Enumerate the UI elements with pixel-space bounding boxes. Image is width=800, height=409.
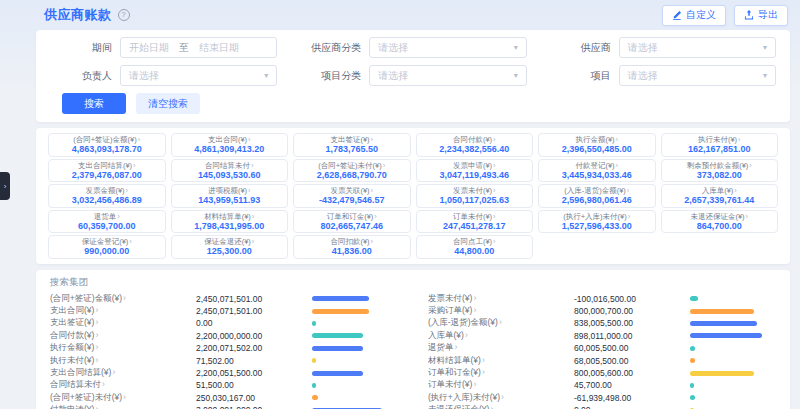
account-row-bar [312, 358, 398, 363]
metric-tile[interactable]: 合同扣款(¥)›41,836.00 [293, 235, 411, 259]
account-row[interactable]: 材料结算单(¥)›68,005,500.00 [428, 354, 776, 366]
metric-tile[interactable]: 未退还保证金(¥)›864,700.00 [661, 210, 779, 234]
account-row[interactable]: 订单和订金(¥)›800,005,600.00 [428, 367, 776, 379]
metric-tile[interactable]: 支出合同(¥)›4,861,309,413.20 [171, 133, 289, 157]
chevron-right-icon: › [482, 355, 485, 365]
bar-fill [690, 309, 754, 314]
account-row[interactable]: 未退还保证金(¥)›0.00 [428, 404, 776, 409]
account-row[interactable]: 合同付款(¥)›2,200,000,000.00 [50, 330, 398, 342]
account-row[interactable]: 支出合同结算(¥)›2,200,051,500.00 [50, 367, 398, 379]
metric-label: 执行未付(¥)› [665, 135, 775, 144]
account-row-label: 合同付款(¥)› [50, 330, 196, 342]
account-row-label: 合同结算未付› [50, 379, 196, 391]
search-button[interactable]: 搜索 [62, 93, 126, 114]
account-row[interactable]: (入库-退货)金额(¥)›838,005,500.00 [428, 317, 776, 329]
supplier-select[interactable]: 请选择▾ [619, 37, 776, 58]
chevron-down-icon: ▾ [514, 43, 518, 52]
metric-value: 1,050,117,025.63 [420, 195, 530, 206]
metric-tile[interactable]: 订单未付(¥)›247,451,278.17 [416, 210, 534, 234]
metric-tile[interactable]: 材料结算单(¥)›1,798,431,995.00 [171, 210, 289, 234]
metric-tile[interactable]: 合同结算未付›145,093,530.60 [171, 159, 289, 183]
metric-label: 保证金退还(¥)› [175, 237, 285, 246]
chevron-right-icon: › [473, 379, 476, 389]
metric-tile[interactable]: 发票关联(¥)›-432,479,546.57 [293, 184, 411, 208]
account-row[interactable]: (执行+入库)未付(¥)›-61,939,498.00 [428, 392, 776, 404]
metric-label: 支出签证(¥)› [297, 135, 407, 144]
metric-label: 材料结算单(¥)› [175, 212, 285, 221]
account-row-value: 0.00 [196, 318, 312, 328]
metric-tile[interactable]: 付款登记(¥)›3,445,934,033.46 [538, 159, 656, 183]
metric-tile[interactable]: 进项税额(¥)›143,959,511.93 [171, 184, 289, 208]
metric-tile[interactable]: 保证金退还(¥)›125,300.00 [171, 235, 289, 259]
account-row[interactable]: 采购订单(¥)›800,000,700.00 [428, 305, 776, 317]
account-row[interactable]: 入库单(¥)›898,011,000.00 [428, 330, 776, 342]
metric-label: (执行+入库)未付(¥)› [542, 212, 652, 221]
sidebar-collapse-handle[interactable]: › [0, 172, 10, 200]
account-row-bar [312, 309, 398, 314]
metric-tile[interactable]: 保证金登记(¥)›990,000.00 [48, 235, 166, 259]
metric-tile[interactable]: 退货单›60,359,700.00 [48, 210, 166, 234]
bar-fill [312, 346, 363, 351]
filter-field-owner: 负责人请选择▾ [50, 65, 277, 86]
clear-search-button[interactable]: 清空搜索 [136, 93, 200, 114]
account-row-label: 退货单› [428, 342, 574, 354]
chevron-down-icon: ▾ [514, 71, 518, 80]
metric-tile[interactable]: 发票申请(¥)›3,047,119,493.46 [416, 159, 534, 183]
metric-tile[interactable]: 订单和订金(¥)›802,665,747.46 [293, 210, 411, 234]
metric-tile[interactable]: 合同付款(¥)›2,234,382,556.40 [416, 133, 534, 157]
metric-tile[interactable]: (入库-退货)金额(¥)›2,596,980,061.46 [538, 184, 656, 208]
account-row-value: 51,500.00 [196, 380, 312, 390]
chevron-right-icon: › [616, 161, 619, 170]
account-row-value: 3,000,001,000.00 [196, 405, 312, 409]
project-select[interactable]: 请选择▾ [619, 65, 776, 86]
accounts-column-right: 发票未付(¥)›-100,016,500.00采购订单(¥)›800,000,7… [428, 293, 776, 409]
metric-tile[interactable]: (合同+签证)未付(¥)›2,628,668,790.70 [293, 159, 411, 183]
metric-tile[interactable]: 支出合同结算(¥)›2,379,476,087.00 [48, 159, 166, 183]
account-row[interactable]: 订单未付(¥)›45,700.00 [428, 379, 776, 391]
metric-label: 执行金额(¥)› [542, 135, 652, 144]
project-category-select[interactable]: 请选择▾ [369, 65, 526, 86]
account-row[interactable]: (合同+签证)未付(¥)›250,030,167.00 [50, 392, 398, 404]
account-row-value: 2,200,071,502.00 [196, 343, 312, 353]
metric-tile[interactable]: 发票金额(¥)›3,032,456,486.89 [48, 184, 166, 208]
export-button[interactable]: 导出 [734, 5, 788, 26]
account-row[interactable]: (合同+签证)金额(¥)›2,450,071,501.00 [50, 293, 398, 305]
metric-label: 合同付款(¥)› [420, 135, 530, 144]
chevron-right-icon: › [252, 237, 255, 246]
account-row[interactable]: 支出签证(¥)›0.00 [50, 317, 398, 329]
filter-label-project: 项目 [549, 69, 611, 83]
account-row[interactable]: 付款申请(¥)›3,000,001,000.00 [50, 404, 398, 409]
account-row[interactable]: 支出合同(¥)›2,450,071,501.00 [50, 305, 398, 317]
account-row[interactable]: 发票未付(¥)›-100,016,500.00 [428, 293, 776, 305]
export-button-label: 导出 [758, 8, 778, 22]
select-placeholder: 请选择 [628, 41, 658, 55]
account-row[interactable]: 退货单›60,005,500.00 [428, 342, 776, 354]
bar-fill [312, 383, 316, 388]
metric-tile[interactable]: 执行金额(¥)›2,396,550,485.00 [538, 133, 656, 157]
account-row[interactable]: 执行金额(¥)›2,200,071,502.00 [50, 342, 398, 354]
period-daterange-input[interactable]: 开始日期至结束日期 [120, 37, 277, 58]
metric-tile[interactable]: (执行+入库)未付(¥)›1,527,596,433.00 [538, 210, 656, 234]
metric-tile[interactable]: 剩余预付款金额(¥)›373,082.00 [661, 159, 779, 183]
chevron-right-icon: › [616, 135, 619, 144]
bar-fill [690, 296, 698, 301]
metric-tile[interactable]: 入库单(¥)›2,657,339,761.44 [661, 184, 779, 208]
metric-tile[interactable]: 执行未付(¥)›162,167,851.00 [661, 133, 779, 157]
owner-select[interactable]: 请选择▾ [120, 65, 277, 86]
account-row[interactable]: 合同结算未付›51,500.00 [50, 379, 398, 391]
account-row-bar [312, 333, 398, 338]
metric-value: 41,836.00 [297, 246, 407, 257]
date-separator: 至 [179, 41, 189, 55]
account-row-label: 支出合同结算(¥)› [50, 367, 196, 379]
select-placeholder: 请选择 [378, 69, 408, 83]
help-icon[interactable]: ? [118, 9, 130, 21]
chevron-right-icon: › [455, 342, 458, 352]
chevron-right-icon: › [374, 212, 377, 221]
metric-tile[interactable]: (合同+签证)金额(¥)›4,863,093,178.70 [48, 133, 166, 157]
customize-button[interactable]: 自定义 [662, 5, 726, 26]
account-row[interactable]: 执行未付(¥)›71,502.00 [50, 354, 398, 366]
supplier-category-select[interactable]: 请选择▾ [369, 37, 526, 58]
metric-tile[interactable]: 发票未付(¥)›1,050,117,025.63 [416, 184, 534, 208]
metric-tile[interactable]: 支出签证(¥)›1,783,765.50 [293, 133, 411, 157]
metric-tile[interactable]: 合同点工(¥)›44,800.00 [416, 235, 534, 259]
